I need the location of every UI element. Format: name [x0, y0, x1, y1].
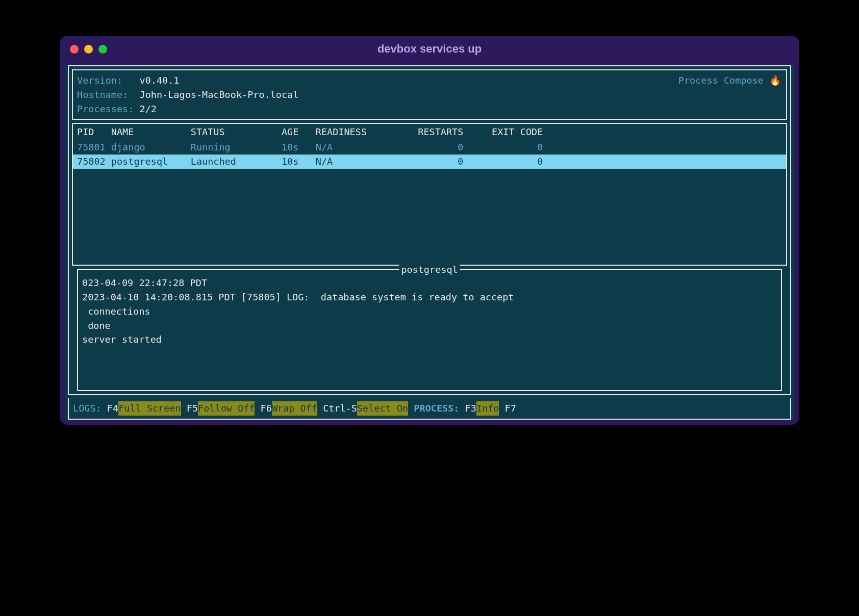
hostname-row: Hostname: John-Lagos-MacBook-Pro.local	[77, 88, 782, 102]
log-line: done	[82, 319, 777, 333]
log-line: connections	[82, 304, 777, 319]
f5-action[interactable]: Follow Off	[198, 401, 255, 416]
process-table: PID NAME STATUS AGE READINESS RESTARTS E…	[72, 123, 787, 266]
table-row[interactable]: 75801 django Running 10s N/A 0 0	[73, 140, 786, 155]
hostname-value: John-Lagos-MacBook-Pro.local	[140, 89, 299, 100]
logs-section-label: LOGS:	[73, 401, 102, 416]
footer-bar: LOGS: F4Full Screen F5Follow Off F6Wrap …	[68, 398, 791, 420]
minimize-button[interactable]	[84, 45, 93, 54]
ctrls-key[interactable]: Ctrl-S	[323, 401, 357, 416]
log-panel: postgresql 023-04-09 22:47:28 PDT2023-04…	[77, 269, 782, 391]
processes-label: Processes:	[77, 104, 134, 114]
maximize-button[interactable]	[98, 45, 107, 54]
fire-icon: 🔥	[769, 73, 781, 88]
f4-key[interactable]: F4	[107, 401, 118, 416]
table-header-row: PID NAME STATUS AGE READINESS RESTARTS E…	[73, 124, 786, 140]
log-content[interactable]: 023-04-09 22:47:28 PDT2023-04-10 14:20:0…	[82, 276, 777, 347]
log-line: 023-04-09 22:47:28 PDT	[82, 276, 777, 290]
traffic-lights	[70, 45, 107, 54]
processes-row: Processes: 2/2	[77, 102, 782, 116]
f7-key[interactable]: F7	[505, 401, 516, 416]
version-value: v0.40.1	[140, 75, 180, 86]
outer-frame: Version: v0.40.1 Hostname: John-Lagos-Ma…	[68, 65, 791, 395]
version-label: Version:	[77, 75, 134, 86]
terminal-body: Version: v0.40.1 Hostname: John-Lagos-Ma…	[65, 65, 794, 420]
f6-action[interactable]: Wrap Off	[272, 401, 317, 416]
process-section-label: PROCESS:	[414, 401, 459, 416]
processes-value: 2/2	[140, 104, 157, 114]
log-panel-title: postgresql	[399, 263, 460, 277]
titlebar: devbox services up	[60, 36, 799, 62]
close-button[interactable]	[70, 45, 79, 54]
f3-key[interactable]: F3	[465, 401, 476, 416]
window-title: devbox services up	[377, 42, 482, 56]
ctrls-action[interactable]: Select On	[357, 401, 408, 416]
f6-key[interactable]: F6	[261, 401, 272, 416]
hostname-label: Hostname:	[77, 89, 134, 100]
f3-action[interactable]: Info	[476, 401, 499, 416]
version-row: Version: v0.40.1	[77, 73, 782, 88]
f5-key[interactable]: F5	[187, 401, 198, 416]
table-row[interactable]: 75802 postgresql Launched 10s N/A 0 0	[73, 155, 786, 169]
app-name-label: Process Compose 🔥	[678, 73, 781, 88]
header-section: Version: v0.40.1 Hostname: John-Lagos-Ma…	[72, 69, 787, 120]
terminal-window: devbox services up Version: v0.40.1 Host…	[60, 36, 799, 425]
f4-action[interactable]: Full Screen	[118, 401, 181, 416]
log-line: 2023-04-10 14:20:08.815 PDT [75805] LOG:…	[82, 290, 777, 304]
log-line: server started	[82, 332, 777, 347]
